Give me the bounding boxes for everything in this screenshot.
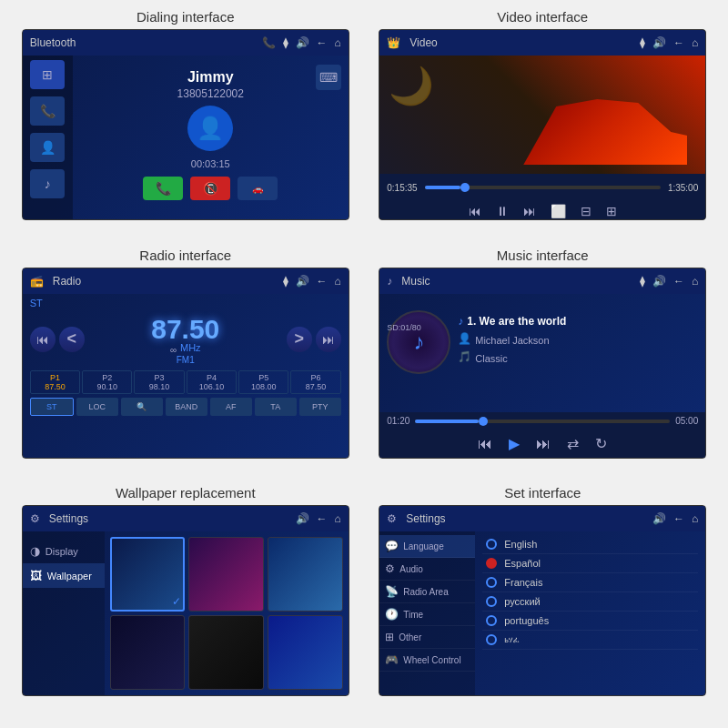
radio-search-btn[interactable]: 🔍 <box>121 398 163 416</box>
wp-volume-icon[interactable]: 🔊 <box>296 512 309 525</box>
lang-english-label: English <box>504 539 537 550</box>
time-menu-item[interactable]: 🕐 Time <box>379 603 475 626</box>
music-play-btn[interactable]: ▶ <box>509 435 520 452</box>
contacts-button[interactable]: 📞 <box>30 96 65 126</box>
radio-area-menu-item[interactable]: 📡 Radio Area <box>379 581 475 603</box>
music-back-icon[interactable]: ← <box>673 275 684 288</box>
keypad-button[interactable]: ⊞ <box>30 60 65 89</box>
vid-next-btn[interactable]: ⏭ <box>523 204 536 218</box>
vid-sub-btn[interactable]: ⊟ <box>581 204 592 218</box>
lang-option-espanol[interactable]: Español <box>482 554 698 573</box>
wallpaper-thumb-6[interactable] <box>268 615 343 690</box>
radio-skip-next-btn[interactable]: ⏭ <box>316 327 341 352</box>
lang-option-francais[interactable]: Français <box>482 573 698 592</box>
lang-option-other[interactable]: ьሃፈ <box>482 631 698 650</box>
settings-content: 💬 Language ⚙ Audio 📡 Radio Area 🕐 Time <box>379 531 705 695</box>
car-shape <box>523 92 687 165</box>
preset-1[interactable]: P1 87.50 <box>30 370 80 394</box>
radio-area-label: Radio Area <box>403 587 448 597</box>
music-button[interactable]: ♪ <box>30 169 65 198</box>
wallpaper-menu-item[interactable]: 🖼 Wallpaper <box>23 563 105 588</box>
video-back-icon[interactable]: ← <box>673 36 684 49</box>
progress-track[interactable] <box>425 186 661 189</box>
preset-6[interactable]: P6 87.50 <box>290 370 340 394</box>
music-next-btn[interactable]: ⏭ <box>536 436 551 452</box>
language-menu-item[interactable]: 💬 Language <box>379 535 475 558</box>
vid-rect-btn[interactable]: ⬜ <box>551 204 566 218</box>
vid-mirror-btn[interactable]: ⊞ <box>606 204 617 218</box>
music-repeat-btn[interactable]: ↻ <box>595 435 607 452</box>
set-back-icon[interactable]: ← <box>673 512 684 525</box>
music-volume-icon[interactable]: 🔊 <box>652 275 666 288</box>
music-eq-icon[interactable]: ⧫ <box>640 275 645 288</box>
set-home-icon[interactable]: ⌂ <box>692 512 698 525</box>
volume-icon[interactable]: 🔊 <box>296 36 309 49</box>
radio-section: Radio interface 📻 Radio ⧫ 🔊 ← ⌂ ST ⏮ < <box>9 248 362 481</box>
wheel-control-menu-item[interactable]: 🎮 Wheel Control <box>379 649 475 672</box>
answer-button[interactable]: 📞 <box>143 177 183 200</box>
video-header-title: Video <box>410 36 634 49</box>
radio-home-icon[interactable]: ⌂ <box>335 275 341 288</box>
wallpaper-thumb-3[interactable] <box>268 537 343 612</box>
preset-4[interactable]: P4 106.10 <box>187 370 237 394</box>
radio-prev-btn[interactable]: < <box>59 327 85 352</box>
vid-pause-btn[interactable]: ⏸ <box>496 204 509 218</box>
wallpaper-thumb-2[interactable] <box>188 537 264 612</box>
video-eq-icon[interactable]: ⧫ <box>640 36 645 49</box>
wallpaper-thumb-4[interactable] <box>110 615 186 690</box>
radio-band-btn[interactable]: BAND <box>166 398 207 416</box>
music-prev-btn[interactable]: ⏮ <box>478 436 492 452</box>
music-progress-track[interactable] <box>415 420 670 423</box>
lang-portuguese-label: português <box>504 615 549 626</box>
lang-russian-label: русский <box>504 596 540 607</box>
home-icon[interactable]: ⌂ <box>335 36 341 49</box>
language-options: English Español Français русский <box>475 531 705 695</box>
radio-pty-btn[interactable]: PTY <box>299 398 341 416</box>
lang-option-english[interactable]: English <box>482 535 698 554</box>
radio-af-btn[interactable]: AF <box>210 398 252 416</box>
eq-icon[interactable]: ⧫ <box>283 36 288 49</box>
dial-keypad-btn[interactable]: ⌨ <box>316 65 341 90</box>
language-label: Language <box>403 541 444 551</box>
music-home-icon[interactable]: ⌂ <box>692 275 698 288</box>
wheel-icon: 🎮 <box>385 653 399 666</box>
radio-st-btn[interactable]: ST <box>30 398 74 416</box>
radio-ta-btn[interactable]: TA <box>255 398 297 416</box>
radio-loc-btn[interactable]: LOC <box>76 398 118 416</box>
music-top-bar: ♪ Music ⧫ 🔊 ← ⌂ <box>379 268 705 294</box>
wp-home-icon[interactable]: ⌂ <box>335 512 341 525</box>
lang-option-russian[interactable]: русский <box>482 592 698 612</box>
audio-menu-item[interactable]: ⚙ Audio <box>379 558 475 581</box>
wallpaper-thumb-5[interactable] <box>188 615 264 690</box>
preset-5[interactable]: P5 108.00 <box>238 370 288 394</box>
preset-2[interactable]: P2 90.10 <box>82 370 132 394</box>
radio-freq-row: ⏮ < 87.50 ∞ MHz FM1 > ⏭ <box>30 314 341 365</box>
recent-calls-button[interactable]: 👤 <box>30 133 65 162</box>
radio-skip-prev-btn[interactable]: ⏮ <box>30 327 56 352</box>
vid-prev-btn[interactable]: ⏮ <box>469 204 481 218</box>
radio-content: ST ⏮ < 87.50 ∞ MHz FM1 > ⏭ <box>23 294 349 458</box>
video-home-icon[interactable]: ⌂ <box>692 36 698 49</box>
wallpaper-thumb-1[interactable]: ✓ <box>110 537 186 612</box>
preset-3[interactable]: P3 98.10 <box>134 370 184 394</box>
transfer-button[interactable]: 🚗 <box>238 177 278 200</box>
other-menu-item[interactable]: ⊞ Other <box>379 626 475 649</box>
radio-back-icon[interactable]: ← <box>317 275 328 288</box>
back-icon[interactable]: ← <box>317 36 328 49</box>
radio-volume-icon[interactable]: 🔊 <box>296 275 309 288</box>
wp-back-icon[interactable]: ← <box>317 512 328 525</box>
music-shuffle-btn[interactable]: ⇄ <box>567 435 579 452</box>
radio-eq-icon[interactable]: ⧫ <box>283 275 288 288</box>
settings-sidebar: 💬 Language ⚙ Audio 📡 Radio Area 🕐 Time <box>379 531 475 695</box>
music-header-title: Music <box>401 275 634 288</box>
video-progress-bar: 0:15:35 1:35:00 <box>379 174 705 201</box>
set-volume-icon[interactable]: 🔊 <box>652 512 666 525</box>
music-header-icons: ⧫ 🔊 ← ⌂ <box>640 275 698 288</box>
radio-next-btn[interactable]: > <box>287 327 312 352</box>
hangup-button[interactable]: 📵 <box>190 177 230 200</box>
display-menu-item[interactable]: ◑ Display <box>23 539 105 563</box>
video-thumbnail: 🌙 <box>379 56 705 174</box>
video-volume-icon[interactable]: 🔊 <box>652 36 666 49</box>
phone-icon[interactable]: 📞 <box>262 36 276 49</box>
lang-option-portuguese[interactable]: português <box>482 612 698 631</box>
